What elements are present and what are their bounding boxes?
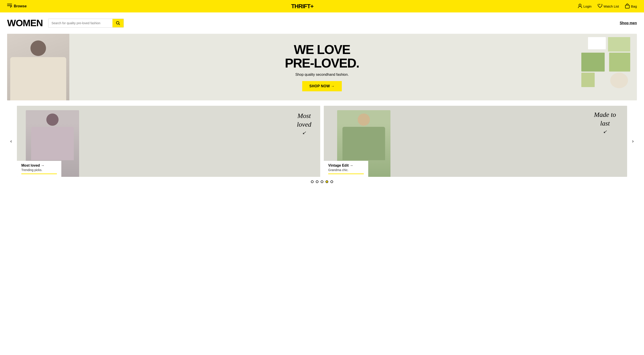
hero-collage — [581, 37, 630, 97]
site-logo[interactable]: THRIFT+ — [291, 3, 314, 10]
header: Browse THRIFT+ Login Watch List — [0, 0, 644, 12]
browse-button[interactable]: Browse — [7, 4, 27, 9]
most-loved-title: Most loved → — [21, 164, 57, 168]
vintage-edit-subtitle: Grandma chic. — [328, 168, 364, 172]
most-loved-subtitle: Trending picks. — [21, 168, 57, 172]
svg-line-7 — [119, 24, 120, 25]
hero-content: WE LOVE PRE-LOVED. Shop quality secondha… — [285, 43, 359, 91]
hero-headline: WE LOVE PRE-LOVED. — [285, 43, 359, 70]
vintage-edit-title: Vintage Edit → — [328, 164, 364, 168]
login-button[interactable]: Login — [578, 4, 592, 9]
login-label: Login — [583, 4, 592, 8]
svg-point-6 — [116, 22, 119, 24]
most-loved-label: Most loved → Trending picks. — [17, 161, 61, 177]
heart-icon — [598, 4, 602, 9]
most-loved-bar — [21, 174, 57, 174]
carousel-wrapper: ‹ Mostloved ↙ Most loved → Trending pick… — [7, 106, 637, 177]
most-loved-card[interactable]: Mostloved ↙ Most loved → Trending picks. — [17, 106, 320, 177]
svg-rect-0 — [7, 4, 12, 4]
svg-point-4 — [579, 4, 581, 6]
carousel-dot-4[interactable] — [326, 180, 328, 183]
svg-point-2 — [10, 6, 12, 8]
search-button[interactable] — [112, 19, 124, 27]
browse-icon — [7, 4, 12, 9]
shop-now-button[interactable]: SHOP NOW → — [302, 81, 342, 91]
bag-label: Bag — [631, 4, 637, 8]
vintage-edit-card[interactable]: Made tolast ↙ Vintage Edit → Grandma chi… — [324, 106, 627, 177]
carousel-next-button[interactable]: › — [629, 137, 637, 145]
carousel-prev-button[interactable]: ‹ — [7, 137, 15, 145]
bag-icon — [625, 4, 630, 9]
login-icon — [578, 4, 582, 9]
carousel-dots — [7, 177, 637, 185]
search-input[interactable] — [48, 19, 112, 27]
carousel-dot-2[interactable] — [316, 180, 318, 183]
most-loved-script: Mostloved ↙ — [297, 111, 311, 136]
carousel-dot-5[interactable] — [330, 180, 333, 183]
bag-button[interactable]: Bag — [625, 4, 637, 9]
women-section-header: WOMEN Shop men — [0, 12, 644, 34]
browse-label: Browse — [14, 4, 27, 8]
carousel-dot-1[interactable] — [311, 180, 314, 183]
cards-section: ‹ Mostloved ↙ Most loved → Trending pick… — [0, 100, 644, 190]
search-box — [48, 19, 124, 28]
vintage-edit-script: Made tolast ↙ — [594, 110, 616, 134]
hero-person-image — [7, 34, 69, 100]
cards-container: Mostloved ↙ Most loved → Trending picks.… — [17, 106, 627, 177]
hero-subtext: Shop quality secondhand fashion. — [285, 73, 359, 77]
vintage-edit-label: Vintage Edit → Grandma chic. — [324, 161, 368, 177]
svg-rect-5 — [625, 5, 629, 8]
hero-banner: WE LOVE PRE-LOVED. Shop quality secondha… — [7, 34, 637, 100]
search-icon — [116, 21, 120, 25]
page-title: WOMEN — [7, 18, 43, 28]
watchlist-button[interactable]: Watch List — [598, 4, 619, 9]
carousel-dot-3[interactable] — [321, 180, 323, 183]
header-nav: Login Watch List Bag — [578, 4, 637, 9]
vintage-edit-bar — [328, 174, 364, 174]
watchlist-label: Watch List — [604, 4, 619, 8]
svg-rect-1 — [7, 5, 12, 6]
shop-men-link[interactable]: Shop men — [620, 21, 637, 25]
